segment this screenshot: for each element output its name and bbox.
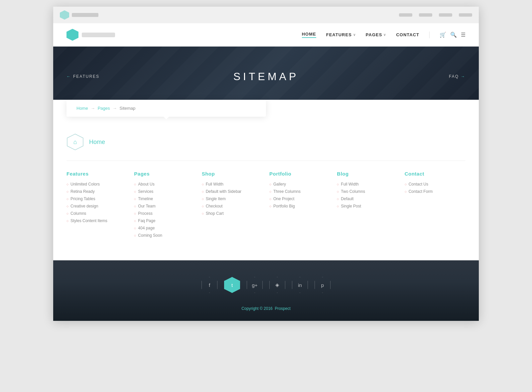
- list-item[interactable]: Portfolio Big: [269, 204, 330, 208]
- sitemap-col-shop-list: Full Width Default with Sidebar Single I…: [202, 182, 263, 216]
- breadcrumb-home[interactable]: Home: [76, 106, 88, 111]
- site-logo: [66, 29, 115, 41]
- list-item[interactable]: Default: [337, 196, 398, 201]
- sitemap-col-contact-list: Contact Us Contact Form: [405, 182, 466, 194]
- main-content: ⌂ Home Features Unlimited Colors Retina …: [53, 117, 479, 260]
- list-item[interactable]: One Project: [269, 196, 330, 201]
- pinterest-icon: p: [321, 282, 324, 288]
- breadcrumb-sep2: →: [113, 106, 117, 111]
- site-footer: f t g+ ◈ in p Copyright © 201: [53, 260, 479, 321]
- nav-item-features[interactable]: FEATURES ∨: [326, 32, 356, 37]
- footer-copyright: Copyright © 2016 Prospect: [66, 306, 466, 311]
- hero-section: FEATURES SITEMAP FAQ: [53, 47, 479, 106]
- list-item[interactable]: Services: [134, 189, 195, 194]
- sitemap-col-blog-list: Full Width Two Columns Default Single Po…: [337, 182, 398, 208]
- top-nav-links: [399, 13, 472, 17]
- cart-icon[interactable]: 🛒: [440, 32, 446, 38]
- list-item[interactable]: Styles Content Items: [66, 218, 127, 223]
- list-item[interactable]: Coming Soon: [134, 233, 195, 238]
- list-item[interactable]: Shop Cart: [202, 211, 263, 216]
- browser-frame: HOME FEATURES ∨ PAGES ∨ CONTACT 🛒 🔍 ☰: [53, 7, 479, 321]
- social-icon-linkedin[interactable]: in: [292, 277, 308, 293]
- list-item[interactable]: Columns: [66, 211, 127, 216]
- footer-social: f t g+ ◈ in p: [66, 277, 466, 293]
- list-item[interactable]: Single Item: [202, 196, 263, 201]
- hero-right-nav[interactable]: FAQ: [449, 74, 466, 79]
- breadcrumb-sep1: →: [91, 106, 95, 111]
- list-item[interactable]: Gallery: [269, 182, 330, 187]
- site-logo-icon: [66, 29, 78, 41]
- sitemap-col-blog: Blog Full Width Two Columns Default Sing…: [337, 171, 398, 240]
- list-item[interactable]: Process: [134, 211, 195, 216]
- hero-left-nav[interactable]: FEATURES: [66, 74, 99, 79]
- list-item[interactable]: Single Post: [337, 204, 398, 208]
- sitemap-col-features: Features Unlimited Colors Retina Ready P…: [66, 171, 127, 240]
- home-divider: [66, 161, 466, 161]
- sitemap-col-features-title: Features: [66, 171, 127, 177]
- list-item[interactable]: Full Width: [202, 182, 263, 187]
- breadcrumb-card: Home → Pages → Sitemap: [66, 100, 266, 117]
- breadcrumb-current: Sitemap: [120, 106, 136, 111]
- sitemap-col-shop-title: Shop: [202, 171, 263, 177]
- list-item[interactable]: Contact Form: [405, 189, 466, 194]
- social-icon-google[interactable]: g+: [247, 277, 263, 293]
- brand-name[interactable]: Prospect: [275, 306, 290, 311]
- list-item[interactable]: Default with Sidebar: [202, 189, 263, 194]
- list-item[interactable]: Faq Page: [134, 218, 195, 223]
- top-logo-icon: [60, 10, 69, 20]
- breadcrumb-section: Home → Pages → Sitemap: [53, 100, 479, 117]
- list-item[interactable]: Pricing Tables: [66, 196, 127, 201]
- copyright-text: Copyright © 2016: [241, 306, 273, 311]
- nav-item-contact[interactable]: CONTACT: [396, 32, 419, 37]
- site-header: HOME FEATURES ∨ PAGES ∨ CONTACT 🛒 🔍 ☰: [53, 23, 479, 47]
- instagram-icon: ◈: [275, 282, 279, 288]
- social-icon-twitter[interactable]: t: [224, 277, 240, 293]
- facebook-icon: f: [209, 282, 210, 288]
- list-item[interactable]: Unlimited Colors: [66, 182, 127, 187]
- list-item[interactable]: Retina Ready: [66, 189, 127, 194]
- twitter-icon: t: [231, 282, 233, 288]
- site-wrapper: HOME FEATURES ∨ PAGES ∨ CONTACT 🛒 🔍 ☰: [53, 23, 479, 321]
- top-nav-link-features: [419, 13, 432, 17]
- breadcrumb-pages[interactable]: Pages: [98, 106, 110, 111]
- social-icon-instagram[interactable]: ◈: [269, 277, 285, 293]
- sitemap-col-pages: Pages About Us Services Timeline Our Tea…: [134, 171, 195, 240]
- google-icon: g+: [252, 282, 257, 288]
- list-item[interactable]: Creative design: [66, 204, 127, 208]
- list-item[interactable]: Our Team: [134, 204, 195, 208]
- chevron-icon: ∨: [353, 33, 356, 37]
- top-nav-link-home: [399, 13, 412, 17]
- top-logo-text: [72, 13, 98, 17]
- sitemap-col-blog-title: Blog: [337, 171, 398, 177]
- menu-icon[interactable]: ☰: [461, 32, 466, 38]
- top-logo-area: [60, 10, 98, 20]
- list-item[interactable]: Two Columns: [337, 189, 398, 194]
- nav-icons: 🛒 🔍 ☰: [440, 32, 466, 38]
- list-item[interactable]: Checkout: [202, 204, 263, 208]
- list-item[interactable]: Timeline: [134, 196, 195, 201]
- list-item[interactable]: Contact Us: [405, 182, 466, 187]
- social-icon-pinterest[interactable]: p: [315, 277, 331, 293]
- sitemap-col-contact: Contact Contact Us Contact Form: [405, 171, 466, 240]
- nav-item-home[interactable]: HOME: [302, 32, 316, 38]
- svg-text:⌂: ⌂: [73, 139, 77, 145]
- sitemap-col-shop: Shop Full Width Default with Sidebar Sin…: [202, 171, 263, 240]
- home-hex-wrapper: ⌂: [66, 133, 84, 151]
- search-icon[interactable]: 🔍: [450, 32, 457, 38]
- list-item[interactable]: Three Columns: [269, 189, 330, 194]
- hero-title: SITEMAP: [233, 70, 299, 83]
- social-icon-facebook[interactable]: f: [201, 277, 217, 293]
- sitemap-grid: Features Unlimited Colors Retina Ready P…: [66, 171, 466, 240]
- top-nav-link-contact: [459, 13, 472, 17]
- top-browser-bar: [53, 7, 479, 23]
- sitemap-col-portfolio-list: Gallery Three Columns One Project Portfo…: [269, 182, 330, 208]
- list-item[interactable]: 404 page: [134, 226, 195, 230]
- site-nav: HOME FEATURES ∨ PAGES ∨ CONTACT 🛒 🔍 ☰: [302, 32, 466, 38]
- nav-item-pages[interactable]: PAGES ∨: [366, 32, 386, 37]
- home-label[interactable]: Home: [89, 139, 105, 146]
- sitemap-col-portfolio: Portfolio Gallery Three Columns One Proj…: [269, 171, 330, 240]
- sitemap-col-portfolio-title: Portfolio: [269, 171, 330, 177]
- sitemap-col-features-list: Unlimited Colors Retina Ready Pricing Ta…: [66, 182, 127, 223]
- list-item[interactable]: About Us: [134, 182, 195, 187]
- list-item[interactable]: Full Width: [337, 182, 398, 187]
